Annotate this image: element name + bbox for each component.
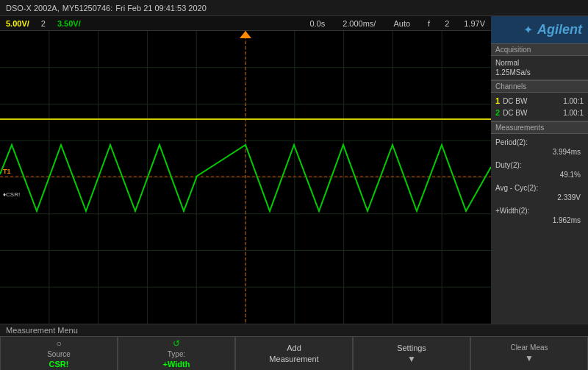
time-zero: 0.0s: [309, 19, 325, 28]
source-icon: ○: [56, 338, 61, 349]
brand-header: ✦ Agilent: [491, 16, 588, 43]
status-bar: DSO-X 2002A, MY51250746: Fri Feb 21 09:4…: [0, 0, 588, 16]
ch1-scale: 5.00V/: [6, 19, 29, 28]
ch1-probe: 1.00:1: [563, 97, 584, 105]
measurement-item: Period(2): 3.994ms: [491, 134, 588, 157]
type-value: +Width: [163, 360, 190, 369]
mode-display: Auto: [393, 19, 410, 28]
serial-text: MY51250746:: [62, 4, 113, 13]
type-button[interactable]: ↺ Type: +Width: [118, 336, 235, 370]
waveform-svg: T1 ♦CSR!: [0, 31, 491, 324]
svg-text:♦CSR!: ♦CSR!: [3, 191, 20, 198]
clear-meas-label: Clear Meas: [510, 344, 548, 352]
measurement-item: Duty(2): 49.1%: [491, 157, 588, 179]
scale-bar: 5.00V/ 2 3.50V/ 0.0s 2.000ms/ Auto f 2 1…: [0, 16, 491, 31]
menu-title: Measurement Menu: [6, 324, 78, 336]
meas-label: Period(2):: [495, 138, 528, 146]
ch2-num-panel: 2: [495, 108, 500, 117]
clear-meas-button[interactable]: Clear Meas ▼: [470, 336, 588, 370]
clear-meas-arrow-icon: ▼: [525, 353, 534, 363]
brand-star-icon: ✦: [523, 23, 533, 37]
meas-label: Duty(2):: [495, 161, 522, 169]
menu-buttons: ○ Source CSR! ↺ Type: +Width AddMeasurem…: [0, 336, 588, 370]
type-label: Type:: [168, 350, 185, 358]
ch2-num: 2: [41, 19, 46, 28]
settings-label: Settings: [397, 344, 426, 352]
brand-name: Agilent: [537, 22, 582, 38]
bottom-bar: Measurement Menu ○ Source CSR! ↺ Type: +…: [0, 324, 588, 370]
meas-value: 3.994ms: [495, 148, 584, 156]
acq-mode: Normal: [495, 59, 519, 67]
measurement-item: Avg - Cyc(2): 2.339V: [491, 179, 588, 202]
trig-icon: f: [428, 19, 430, 28]
source-value: CSR!: [49, 360, 69, 369]
measurements-header: Measurements: [491, 121, 588, 134]
ch2-probe: 1.00:1: [563, 109, 584, 117]
acquisition-header: Acquisition: [491, 43, 588, 56]
add-measurement-button[interactable]: AddMeasurement: [235, 336, 353, 370]
svg-text:T1: T1: [3, 168, 11, 175]
ch1-num: 1: [495, 96, 500, 105]
meas-value: 2.339V: [495, 193, 584, 202]
add-meas-label: AddMeasurement: [269, 343, 318, 364]
acq-rate: 1.25MSa/s: [495, 68, 531, 77]
ch2-row: 2 DC BW 1.00:1: [495, 107, 584, 118]
ch2-coupling: DC BW: [503, 109, 527, 117]
model-text: DSO-X 2002A,: [6, 4, 60, 13]
ch2-scale: 3.50V/: [57, 19, 81, 28]
trig-num: 2: [445, 19, 449, 28]
trig-voltage: 1.97V: [464, 19, 485, 28]
source-button[interactable]: ○ Source CSR!: [0, 336, 118, 370]
ch1-coupling: DC BW: [503, 97, 527, 105]
ch1-row: 1 DC BW 1.00:1: [495, 95, 584, 107]
type-icon: ↺: [173, 338, 180, 349]
source-label: Source: [47, 350, 71, 358]
meas-value: 1.962ms: [495, 216, 584, 224]
measurement-item: +Width(2): 1.962ms: [491, 202, 588, 225]
settings-arrow-icon: ▼: [407, 354, 416, 364]
right-panel: ✦ Agilent Acquisition Normal 1.25MSa/s C…: [491, 16, 588, 324]
acquisition-content: Normal 1.25MSa/s: [491, 56, 588, 79]
svg-marker-18: [240, 31, 251, 38]
datetime-text: Fri Feb 21 09:41:53 2020: [115, 4, 207, 13]
channels-content: 1 DC BW 1.00:1 2 DC BW 1.00:1: [491, 93, 588, 121]
meas-value: 49.1%: [495, 171, 584, 179]
settings-button[interactable]: Settings ▼: [353, 336, 470, 370]
meas-label: +Width(2):: [495, 207, 529, 215]
channels-header: Channels: [491, 80, 588, 93]
waveform-area: T1 ♦CSR!: [0, 31, 491, 324]
time-div: 2.000ms/: [343, 19, 376, 28]
meas-label: Avg - Cyc(2):: [495, 184, 538, 192]
measurements-list: Period(2): 3.994ms Duty(2): 49.1% Avg - …: [491, 134, 588, 225]
